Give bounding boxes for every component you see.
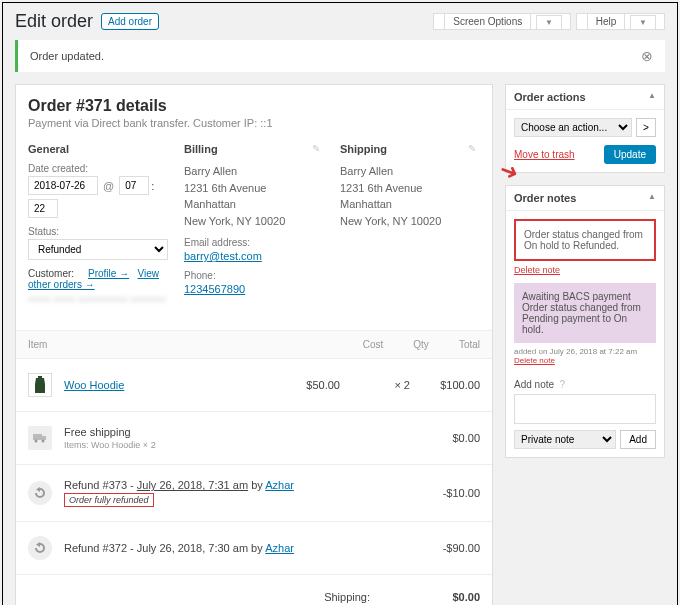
refund1-amount: -$10.00	[440, 487, 480, 499]
shipping-total: $0.00	[440, 432, 480, 444]
status-label: Status:	[28, 226, 168, 237]
order-subtitle: Payment via Direct bank transfer. Custom…	[28, 117, 480, 129]
refund-row-2: Refund #372 - July 26, 2018, 7:30 am by …	[16, 522, 492, 575]
col-qty: Qty	[413, 339, 429, 350]
billing-heading: Billing	[184, 143, 324, 155]
email-link[interactable]: barry@test.com	[184, 250, 262, 262]
customer-label: Customer:	[28, 268, 74, 279]
product-cost: $50.00	[300, 379, 340, 391]
shipping-name: Free shipping	[64, 426, 300, 438]
add-note-label: Add note	[514, 379, 554, 390]
edit-billing-icon[interactable]: ✎	[312, 143, 320, 154]
product-row: Woo Hoodie $50.00 × 2 $100.00	[16, 359, 492, 412]
col-total: Total	[459, 339, 480, 350]
shipping-heading: Shipping	[340, 143, 480, 155]
move-to-trash-link[interactable]: Move to trash	[514, 149, 575, 160]
add-note-textarea[interactable]	[514, 394, 656, 424]
date-label: Date created:	[28, 163, 168, 174]
shipping-total-value: $0.00	[410, 591, 480, 603]
product-name[interactable]: Woo Hoodie	[64, 379, 124, 391]
refund-icon	[28, 481, 52, 505]
add-note-button[interactable]: Add	[620, 430, 656, 449]
order-actions-heading: Order actions	[514, 91, 586, 103]
edit-shipping-icon[interactable]: ✎	[468, 143, 476, 154]
delete-note-link[interactable]: Delete note	[514, 265, 656, 275]
col-item: Item	[28, 339, 363, 350]
note-highlighted: Order status changed from On hold to Ref…	[514, 219, 656, 261]
shipping-meta: Items: Woo Hoodie × 2	[64, 440, 300, 450]
minute-input[interactable]	[28, 199, 58, 218]
help-button[interactable]: Help ▼	[576, 13, 665, 30]
truck-icon	[28, 426, 52, 450]
refund2-author[interactable]: Azhar	[265, 542, 294, 554]
svg-rect-1	[42, 436, 46, 440]
shipping-row: Free shipping Items: Woo Hoodie × 2 $0.0…	[16, 412, 492, 465]
refund2-amount: -$90.00	[440, 542, 480, 554]
note-type-select[interactable]: Private note	[514, 430, 616, 449]
status-select[interactable]: Refunded	[28, 239, 168, 260]
svg-rect-0	[33, 434, 42, 440]
page-title: Edit order	[15, 11, 93, 32]
notice-text: Order updated.	[30, 50, 104, 62]
email-label: Email address:	[184, 237, 324, 248]
note-item: Awaiting BACS payment Order status chang…	[514, 283, 656, 343]
shipping-total-label: Shipping:	[310, 591, 370, 603]
phone-link[interactable]: 1234567890	[184, 283, 245, 295]
order-action-select[interactable]: Choose an action...	[514, 118, 632, 137]
screen-options-button[interactable]: Screen Options ▼	[433, 13, 571, 30]
refund-icon	[28, 536, 52, 560]
col-cost: Cost	[363, 339, 384, 350]
apply-action-button[interactable]: >	[636, 118, 656, 137]
note-timestamp: added on July 26, 2018 at 7:22 am	[514, 347, 637, 356]
general-heading: General	[28, 143, 168, 155]
refund-full-label: Order fully refunded	[64, 493, 154, 507]
billing-address: Barry Allen 1231 6th Avenue Manhattan Ne…	[184, 163, 324, 229]
help-icon[interactable]: ?	[560, 379, 566, 390]
add-order-button[interactable]: Add order	[101, 13, 159, 30]
product-qty: × 2	[370, 379, 410, 391]
product-thumb	[28, 373, 52, 397]
hour-input[interactable]	[119, 176, 149, 195]
update-button[interactable]: Update	[604, 145, 656, 164]
svg-point-3	[42, 440, 45, 443]
notice: Order updated. ⊗	[15, 40, 665, 72]
order-title: Order #371 details	[28, 97, 480, 115]
dismiss-notice-icon[interactable]: ⊗	[641, 48, 653, 64]
date-input[interactable]	[28, 176, 98, 195]
delete-note-link[interactable]: Delete note	[514, 356, 555, 365]
phone-label: Phone:	[184, 270, 324, 281]
toggle-icon[interactable]: ▲	[648, 192, 656, 204]
svg-point-2	[35, 440, 38, 443]
product-total: $100.00	[440, 379, 480, 391]
shipping-address: Barry Allen 1231 6th Avenue Manhattan Ne…	[340, 163, 480, 229]
profile-link[interactable]: Profile →	[88, 268, 129, 279]
refund-row-1: Refund #373 - July 26, 2018, 7:31 am by …	[16, 465, 492, 522]
order-notes-heading: Order notes	[514, 192, 576, 204]
refund1-author[interactable]: Azhar	[265, 479, 294, 491]
toggle-icon[interactable]: ▲	[648, 91, 656, 103]
